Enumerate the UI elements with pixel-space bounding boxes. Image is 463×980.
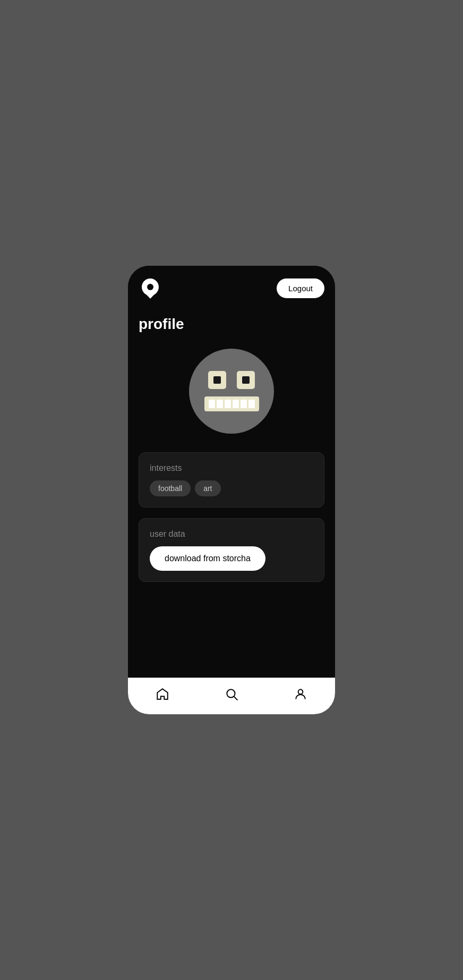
svg-line-2 [234,697,237,700]
app-logo [139,276,162,300]
interests-card: interests football art [139,452,324,508]
robot-right-pupil [242,376,250,384]
search-icon [224,687,239,702]
robot-tooth-2 [217,400,223,408]
svg-point-0 [147,284,153,290]
svg-point-3 [298,689,303,694]
robot-tooth-3 [225,400,231,408]
main-content: Logout profile [128,266,335,678]
robot-mouth [204,396,259,411]
header: Logout [139,276,324,300]
nav-search[interactable] [213,685,250,704]
user-data-title: user data [150,529,313,539]
interests-title: interests [150,463,313,473]
interest-tag-football: football [150,480,191,496]
home-icon [155,687,170,702]
robot-right-eye [237,371,255,389]
bottom-nav [128,678,335,714]
robot-tooth-6 [248,400,255,408]
robot-left-eye [208,371,226,389]
page-title: profile [139,316,324,333]
nav-profile[interactable] [282,685,319,704]
download-button[interactable]: download from storcha [150,546,265,571]
nav-home[interactable] [144,685,181,704]
robot-left-pupil [213,376,221,384]
profile-icon [293,687,308,702]
robot-face-icon [200,362,263,420]
user-data-card: user data download from storcha [139,518,324,582]
avatar-container [139,349,324,434]
avatar [189,349,274,434]
robot-tooth-4 [233,400,239,408]
robot-tooth-5 [241,400,247,408]
logout-button[interactable]: Logout [277,278,324,298]
interests-tags-container: football art [150,480,313,496]
phone-frame: Logout profile [128,266,335,714]
robot-eyes [208,371,255,389]
robot-tooth-1 [209,400,215,408]
interest-tag-art: art [195,480,220,496]
